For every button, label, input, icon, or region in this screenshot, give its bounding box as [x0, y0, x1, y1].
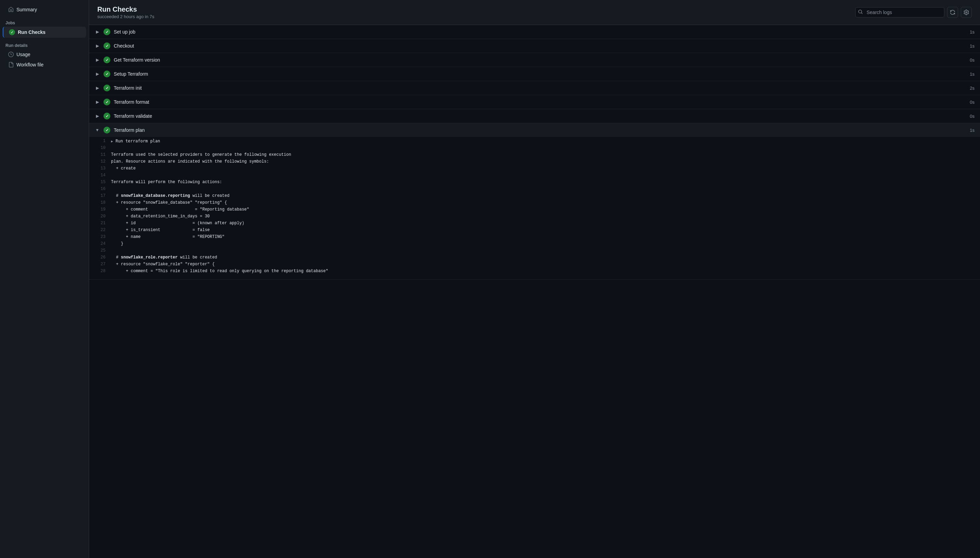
run-subtitle: succeeded 2 hours ago in 7s — [97, 14, 154, 19]
sidebar-summary-link[interactable]: Summary — [3, 4, 86, 15]
line-content: + data_retention_time_in_days = 30 — [111, 214, 975, 219]
log-line: 27 + resource "snowflake_role" "reporter… — [89, 261, 980, 268]
line-number: 18 — [95, 200, 105, 205]
log-line: 23 + name = "REPORTING" — [89, 234, 980, 241]
step-name: Setup Terraform — [114, 71, 148, 77]
step-success-icon — [104, 85, 110, 91]
line-content: + comment = "Reporting database" — [111, 207, 975, 212]
job-name-label: Run Checks — [18, 30, 46, 35]
line-number: 11 — [95, 152, 105, 157]
line-number: 27 — [95, 262, 105, 267]
log-line: 21 + id = (known after apply) — [89, 220, 980, 227]
step-row-get-terraform-version[interactable]: ▶ Get Terraform version 0s — [89, 53, 980, 67]
run-details-section-label: Run details — [0, 38, 89, 49]
chevron-right-icon: ▶ — [95, 43, 100, 49]
line-number: 15 — [95, 180, 105, 184]
job-success-icon — [9, 29, 15, 35]
line-number: 26 — [95, 255, 105, 260]
log-line: 22 + is_transient = false — [89, 227, 980, 234]
line-number: 24 — [95, 241, 105, 246]
step-duration: 0s — [970, 100, 975, 105]
chevron-right-icon: ▶ — [95, 99, 100, 105]
step-row-terraform-format[interactable]: ▶ Terraform format 0s — [89, 95, 980, 109]
sidebar-job-run-checks[interactable]: Run Checks — [3, 27, 86, 38]
step-row-terraform-init[interactable]: ▶ Terraform init 2s — [89, 81, 980, 95]
sidebar-item-workflow-file[interactable]: Workflow file — [3, 59, 86, 70]
step-name: Checkout — [114, 43, 134, 49]
log-line: 1 ▶ Run terraform plan — [89, 138, 980, 145]
step-success-icon — [104, 98, 110, 105]
line-content: + comment = "This role is limited to rea… — [111, 269, 975, 274]
line-content: + name = "REPORTING" — [111, 235, 975, 239]
log-line: 26 # snowflake_role.reporter will be cre… — [89, 255, 980, 261]
step-duration: 1s — [970, 30, 975, 34]
search-logs-wrapper — [855, 7, 944, 18]
line-number: 19 — [95, 207, 105, 212]
workflow-file-label: Workflow file — [16, 62, 43, 67]
run-title: Run Checks — [97, 5, 154, 13]
log-line: 25 — [89, 248, 980, 255]
log-line: 11 Terraform used the selected providers… — [89, 152, 980, 159]
line-content: ▶ Run terraform plan — [111, 139, 975, 144]
main-content: Run Checks succeeded 2 hours ago in 7s — [89, 0, 980, 558]
workflow-file-icon — [8, 62, 14, 67]
step-success-icon — [104, 28, 110, 35]
line-number: 21 — [95, 221, 105, 226]
line-content: plan. Resource actions are indicated wit… — [111, 159, 975, 164]
step-duration: 1s — [970, 43, 975, 49]
step-success-icon — [104, 113, 110, 120]
log-line: 15 Terraform will perform the following … — [89, 179, 980, 186]
log-line: 18 + resource "snowflake_database" "repo… — [89, 200, 980, 207]
step-duration: 2s — [970, 85, 975, 91]
usage-icon — [8, 52, 14, 57]
line-number: 12 — [95, 159, 105, 164]
line-content: + resource "snowflake_database" "reporti… — [111, 200, 975, 205]
log-line: 14 — [89, 172, 980, 179]
step-duration: 0s — [970, 57, 975, 62]
line-number: 28 — [95, 269, 105, 274]
header-actions — [855, 7, 972, 18]
steps-container: ▶ Set up job 1s ▶ Checkout 1s ▶ Get Terr… — [89, 25, 980, 558]
line-number: 10 — [95, 146, 105, 150]
step-name: Terraform format — [114, 99, 149, 105]
sidebar: Summary Jobs Run Checks Run details Usag… — [0, 0, 89, 558]
line-number: 13 — [95, 166, 105, 171]
search-logs-input[interactable] — [855, 7, 944, 18]
step-row-set-up-job[interactable]: ▶ Set up job 1s — [89, 25, 980, 39]
line-content: + create — [111, 166, 975, 171]
settings-button[interactable] — [961, 7, 972, 18]
line-number: 16 — [95, 187, 105, 191]
sidebar-item-usage[interactable]: Usage — [3, 49, 86, 59]
line-content: + resource "snowflake_role" "reporter" { — [111, 262, 975, 267]
log-output: 1 ▶ Run terraform plan 10 11 Terraform u… — [89, 137, 980, 280]
step-success-icon — [104, 56, 110, 63]
line-number: 23 — [95, 235, 105, 239]
line-number: 1 — [95, 139, 105, 143]
step-name: Terraform plan — [114, 127, 145, 133]
log-line: 13 + create — [89, 166, 980, 172]
step-duration: 1s — [970, 72, 975, 77]
refresh-button[interactable] — [947, 7, 958, 18]
step-row-terraform-plan[interactable]: ▼ Terraform plan 1s — [89, 123, 980, 137]
log-line: 12 plan. Resource actions are indicated … — [89, 159, 980, 166]
step-row-setup-terraform[interactable]: ▶ Setup Terraform 1s — [89, 67, 980, 81]
chevron-right-icon: ▶ — [95, 85, 100, 91]
chevron-right-icon: ▶ — [95, 29, 100, 34]
log-line: 20 + data_retention_time_in_days = 30 — [89, 213, 980, 220]
step-row-terraform-validate[interactable]: ▶ Terraform validate 0s — [89, 109, 980, 123]
line-number: 17 — [95, 194, 105, 198]
line-number: 20 — [95, 214, 105, 219]
step-name: Terraform init — [114, 85, 142, 91]
header-title-group: Run Checks succeeded 2 hours ago in 7s — [97, 5, 154, 19]
step-success-icon — [104, 127, 110, 133]
log-line: 17 # snowflake_database.reporting will b… — [89, 193, 980, 200]
chevron-right-icon: ▶ — [95, 57, 100, 62]
step-success-icon — [104, 43, 110, 49]
line-content: # snowflake_database.reporting will be c… — [111, 194, 975, 198]
line-content: + is_transient = false — [111, 228, 975, 233]
line-content: } — [111, 241, 975, 246]
step-row-checkout[interactable]: ▶ Checkout 1s — [89, 39, 980, 53]
line-number: 25 — [95, 248, 105, 253]
log-line: 16 — [89, 186, 980, 193]
chevron-right-icon: ▶ — [95, 71, 100, 77]
